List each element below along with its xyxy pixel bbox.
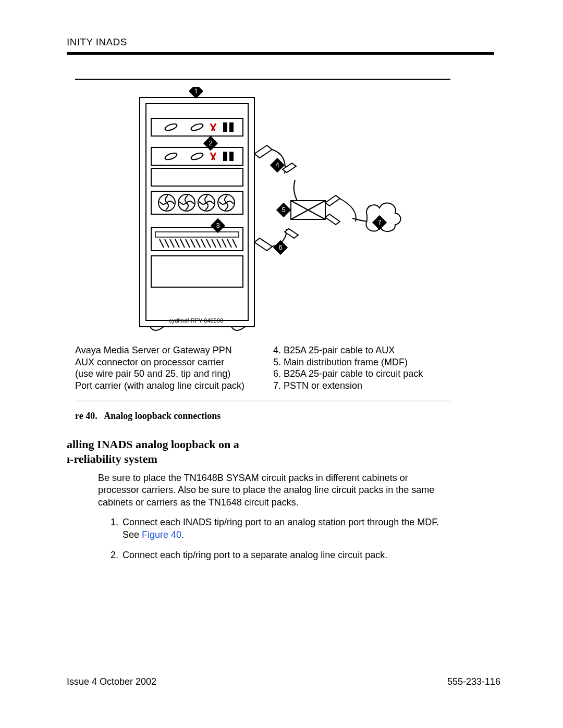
svg-rect-12 — [151, 168, 243, 186]
svg-text:7: 7 — [377, 218, 381, 226]
svg-text:4: 4 — [275, 161, 279, 169]
svg-line-34 — [232, 239, 237, 248]
svg-line-33 — [227, 239, 231, 248]
svg-rect-0 — [140, 97, 254, 327]
svg-line-24 — [180, 239, 185, 248]
header-rule — [67, 52, 494, 55]
legend-item: Avaya Media Server or Gateway PPN — [75, 344, 252, 356]
svg-rect-35 — [151, 256, 243, 287]
svg-line-28 — [201, 239, 205, 248]
svg-point-8 — [164, 152, 178, 161]
svg-rect-19 — [155, 232, 239, 237]
footer-issue: Issue 4 October 2002 — [67, 676, 156, 687]
svg-line-23 — [175, 239, 179, 248]
svg-rect-6 — [229, 122, 234, 132]
legend-item: 6. B25A 25-pair cable to circuit pack — [273, 368, 450, 380]
svg-line-21 — [165, 239, 169, 248]
footer-docnum: 555-233-116 — [447, 676, 500, 687]
legend-item: 4. B25A 25-pair cable to AUX — [273, 344, 450, 356]
svg-point-4 — [190, 122, 204, 132]
step-item: 1. Connect each INADS tip/ring port to a… — [111, 516, 442, 541]
diagram-svg: 1 2 3 4 5 6 7 cydfmdf RPY 040698 — [119, 87, 411, 337]
figure-top-rule — [75, 79, 450, 80]
svg-text:1: 1 — [194, 87, 198, 95]
legend-item: 7. PSTN or extension — [273, 380, 450, 392]
svg-line-25 — [186, 239, 190, 248]
svg-rect-10 — [223, 152, 227, 161]
running-header: INITY INADS — [67, 36, 500, 48]
page: INITY INADS — [0, 0, 563, 728]
svg-text:2: 2 — [209, 139, 212, 147]
svg-rect-11 — [229, 152, 234, 161]
svg-line-29 — [206, 239, 211, 248]
svg-point-3 — [164, 122, 178, 132]
figure-block: 1 2 3 4 5 6 7 cydfmdf RPY 040698 Avaya M… — [75, 79, 450, 422]
svg-line-31 — [217, 239, 221, 248]
legend-col-left: Avaya Media Server or Gateway PPN AUX co… — [75, 344, 252, 391]
svg-text:3: 3 — [216, 221, 219, 229]
legend-item: (use wire pair 50 and 25, tip and ring) — [75, 368, 252, 380]
step-list: 1. Connect each INADS tip/ring port to a… — [111, 516, 442, 561]
figure-bottom-rule — [75, 401, 450, 401]
svg-line-27 — [196, 239, 200, 248]
figure-link[interactable]: Figure 40 — [142, 529, 181, 540]
body-paragraph: Be sure to place the TN1648B SYSAM circu… — [98, 472, 442, 509]
legend-col-right: 4. B25A 25-pair cable to AUX 5. Main dis… — [273, 344, 450, 391]
svg-text:5: 5 — [282, 206, 285, 214]
svg-line-30 — [212, 239, 216, 248]
svg-text:6: 6 — [278, 243, 282, 251]
legend-item: 5. Main distribution frame (MDF) — [273, 356, 450, 368]
svg-text:cydfmdf RPY 040698: cydfmdf RPY 040698 — [169, 317, 223, 324]
svg-rect-2 — [151, 118, 243, 136]
section-heading: alling INADS analog loopback on a ı-reli… — [67, 437, 500, 466]
svg-rect-7 — [151, 147, 243, 165]
figure-caption: re 40. Analog loopback connections — [75, 411, 450, 422]
svg-point-9 — [190, 152, 204, 161]
figure-legend: Avaya Media Server or Gateway PPN AUX co… — [75, 344, 450, 391]
svg-line-26 — [191, 239, 195, 248]
svg-line-20 — [160, 239, 164, 248]
svg-line-32 — [222, 239, 226, 248]
svg-rect-5 — [223, 122, 227, 132]
svg-line-22 — [170, 239, 174, 248]
page-footer: Issue 4 October 2002 555-233-116 — [67, 676, 500, 687]
step-item: 2. Connect each tip/ring port to a separ… — [111, 549, 442, 561]
legend-item: AUX connector on processor carrier — [75, 356, 252, 368]
legend-item: Port carrier (with analog line circuit p… — [75, 380, 252, 392]
